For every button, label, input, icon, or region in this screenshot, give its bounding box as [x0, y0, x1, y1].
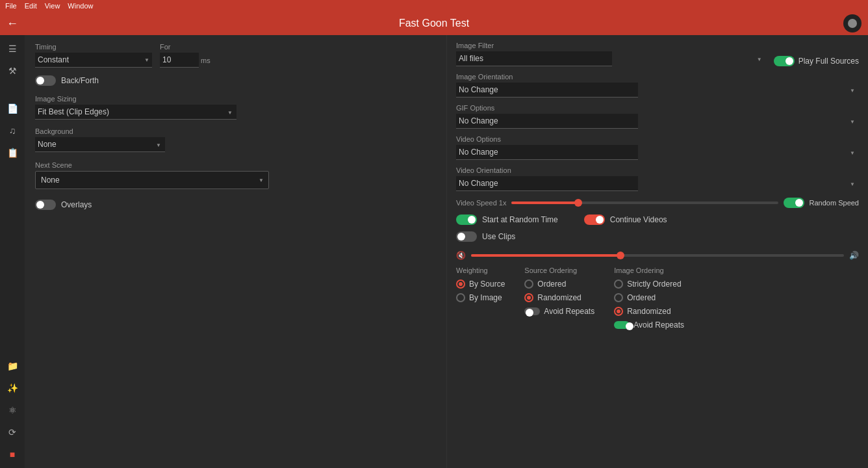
- overlays-row: Overlays: [35, 200, 436, 210]
- gif-options-select[interactable]: No Change: [456, 114, 638, 129]
- source-randomized-label: Randomized: [537, 293, 581, 302]
- gif-options-select-wrapper: No Change: [456, 114, 859, 129]
- left-panel: Timing Constant Random Sequential For ms: [25, 35, 447, 468]
- sidebar-icon-wand[interactable]: ✨: [3, 378, 22, 398]
- menu-window[interactable]: Window: [68, 2, 93, 10]
- backforth-row: Back/Forth: [35, 75, 436, 86]
- image-ordering-title: Image Ordering: [614, 266, 684, 274]
- page-title: Fast Goon Test: [399, 18, 469, 29]
- video-orientation-select-wrapper: No Change: [456, 176, 859, 191]
- image-randomized-radio[interactable]: [614, 307, 623, 316]
- video-speed-thumb[interactable]: [574, 199, 582, 207]
- source-avoid-repeats-row: Avoid Repeats: [524, 307, 594, 316]
- main-content: Timing Constant Random Sequential For ms: [25, 35, 868, 468]
- for-label: For: [160, 43, 211, 51]
- menu-file[interactable]: File: [5, 2, 17, 10]
- source-avoid-repeats-toggle[interactable]: [524, 307, 540, 315]
- menu-view[interactable]: View: [45, 2, 60, 10]
- image-filter-select-wrapper: All files Images only Videos only: [456, 51, 766, 66]
- gif-options-label: GIF Options: [456, 104, 859, 112]
- source-ordered-label: Ordered: [537, 280, 566, 289]
- timing-select[interactable]: Constant Random Sequential: [35, 53, 152, 68]
- image-sizing-label: Image Sizing: [35, 95, 436, 103]
- weighting-by-source-row: By Source: [456, 280, 505, 289]
- image-randomized-row: Randomized: [614, 307, 684, 316]
- sidebar-icon-menu[interactable]: ☰: [3, 39, 22, 58]
- image-filter-select[interactable]: All files Images only Videos only: [456, 51, 612, 66]
- volume-slider[interactable]: [471, 254, 844, 257]
- volume-max-icon: 🔊: [849, 251, 859, 260]
- sidebar-icon-copy[interactable]: 📄: [3, 99, 22, 118]
- source-ordered-radio[interactable]: [524, 280, 533, 289]
- source-randomized-radio[interactable]: [524, 293, 533, 302]
- volume-icon: 🔇: [456, 251, 466, 260]
- image-strictly-ordered-label: Strictly Ordered: [627, 280, 681, 289]
- right-panel: Image Filter All files Images only Video…: [447, 35, 868, 468]
- background-select-wrapper: None Black White: [35, 137, 165, 152]
- video-options-select[interactable]: No Change: [456, 145, 638, 160]
- video-orientation-select[interactable]: No Change: [456, 176, 638, 191]
- sidebar: ☰ ⚒ 📄 ♫ 📋 📁 ✨ ⚛ ⟳ ■: [0, 35, 25, 468]
- back-button[interactable]: ←: [6, 17, 18, 31]
- sidebar-icon-settings[interactable]: ■: [3, 445, 22, 464]
- video-speed-row: Video Speed 1x Random Speed: [456, 198, 859, 208]
- source-ordered-row: Ordered: [524, 280, 594, 289]
- image-filter-label: Image Filter: [456, 42, 766, 49]
- next-scene-select-wrapper: None: [35, 171, 269, 189]
- next-scene-select[interactable]: None: [35, 171, 269, 189]
- image-ordered-row: Ordered: [614, 293, 684, 302]
- start-random-time-row: Start at Random Time: [456, 214, 558, 225]
- image-orientation-select[interactable]: No Change Portrait Landscape: [456, 83, 638, 98]
- image-strictly-ordered-row: Strictly Ordered: [614, 280, 684, 289]
- video-speed-label: Video Speed 1x: [456, 199, 506, 207]
- use-clips-row: Use Clips: [456, 231, 859, 242]
- for-input[interactable]: [160, 53, 199, 68]
- record-button[interactable]: [843, 14, 862, 32]
- menu-edit[interactable]: Edit: [25, 2, 37, 10]
- video-orientation-label: Video Orientation: [456, 166, 859, 174]
- image-ordered-label: Ordered: [627, 293, 656, 302]
- volume-thumb[interactable]: [617, 252, 624, 259]
- sidebar-icon-layers[interactable]: 📁: [3, 356, 22, 376]
- next-scene-label: Next Scene: [35, 161, 436, 169]
- image-sizing-select[interactable]: Fit Best (Clip Edges) Fit Width Fit Heig…: [35, 105, 236, 120]
- image-strictly-ordered-radio[interactable]: [614, 280, 623, 289]
- start-continue-row: Start at Random Time Continue Videos: [456, 214, 859, 225]
- weighting-by-image-radio[interactable]: [456, 293, 465, 302]
- weighting-by-source-label: By Source: [469, 280, 505, 289]
- image-avoid-repeats-label: Avoid Repeats: [633, 320, 684, 330]
- use-clips-label: Use Clips: [482, 232, 515, 241]
- image-ordered-radio[interactable]: [614, 293, 623, 302]
- background-select[interactable]: None Black White: [35, 137, 165, 152]
- sidebar-icon-tool[interactable]: ⚒: [3, 61, 22, 81]
- use-clips-toggle[interactable]: [456, 231, 477, 242]
- sidebar-icon-music[interactable]: ♫: [3, 121, 22, 140]
- continue-videos-row: Continue Videos: [584, 214, 667, 225]
- source-randomized-row: Randomized: [524, 293, 594, 302]
- sidebar-icon-list[interactable]: 📋: [3, 143, 22, 162]
- continue-videos-toggle[interactable]: [584, 214, 605, 225]
- continue-videos-label: Continue Videos: [610, 215, 667, 224]
- weighting-by-source-radio[interactable]: [456, 280, 465, 289]
- video-options-select-wrapper: No Change: [456, 145, 859, 160]
- play-full-sources-toggle[interactable]: [774, 56, 795, 66]
- start-random-time-label: Start at Random Time: [482, 215, 558, 224]
- start-random-time-toggle[interactable]: [456, 214, 477, 225]
- image-orientation-select-wrapper: No Change Portrait Landscape: [456, 83, 859, 98]
- weighting-by-image-row: By Image: [456, 293, 505, 302]
- backforth-toggle[interactable]: [35, 75, 56, 86]
- sidebar-icon-filter[interactable]: ⚛: [3, 400, 22, 420]
- background-label: Background: [35, 127, 436, 135]
- image-avoid-repeats-toggle[interactable]: [614, 321, 630, 329]
- overlays-toggle[interactable]: [35, 200, 56, 210]
- sidebar-icon-history[interactable]: ⟳: [3, 422, 22, 442]
- image-ordering-group: Image Ordering Strictly Ordered Ordered …: [614, 266, 684, 332]
- image-orientation-group: Image Orientation No Change Portrait Lan…: [456, 73, 859, 98]
- random-speed-toggle[interactable]: [784, 198, 804, 208]
- video-orientation-group: Video Orientation No Change: [456, 166, 859, 191]
- image-filter-group: Image Filter All files Images only Video…: [456, 42, 766, 66]
- video-speed-slider[interactable]: [511, 202, 778, 204]
- timing-select-wrapper: Constant Random Sequential: [35, 53, 152, 68]
- background-group: Background None Black White: [35, 127, 436, 152]
- source-avoid-repeats-label: Avoid Repeats: [544, 307, 594, 316]
